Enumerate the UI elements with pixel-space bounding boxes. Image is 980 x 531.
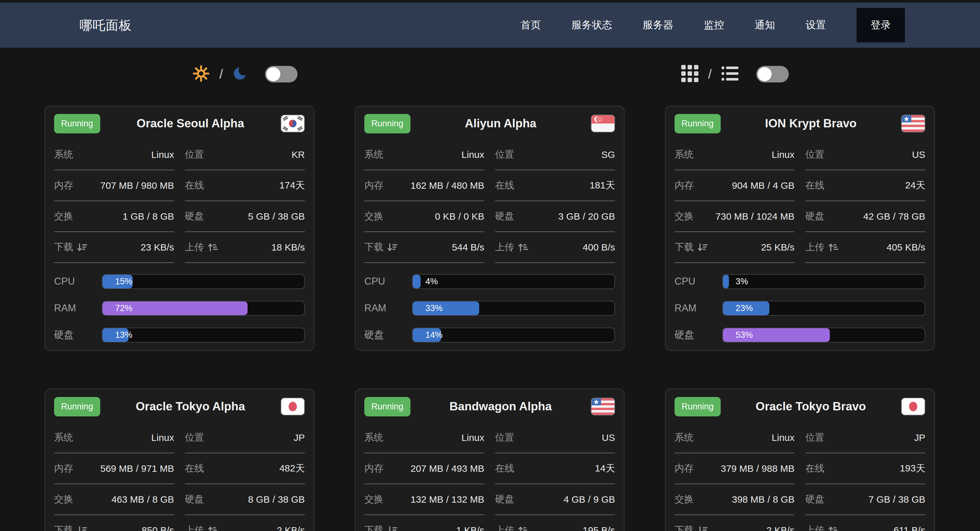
os-cell: 系统 Linux bbox=[675, 423, 794, 453]
upload-label: 上传 bbox=[185, 241, 218, 254]
server-card[interactable]: Running Aliyun Alpha 系统 Linux 位置 SG 内存 1… bbox=[355, 106, 625, 351]
stat-row: 系统 Linux 位置 KR bbox=[54, 139, 305, 170]
nav-item-notifications[interactable]: 通知 bbox=[755, 18, 775, 32]
location-label: 位置 bbox=[185, 148, 204, 161]
usage-bar-track: 23% bbox=[722, 301, 925, 316]
usage-bar-value: 14% bbox=[425, 330, 442, 340]
theme-toggle-switch[interactable] bbox=[265, 66, 298, 83]
download-value: 1 KB/s bbox=[456, 525, 484, 531]
nav-items: 首页 服务状态 服务器 监控 通知 设置 登录 bbox=[520, 8, 905, 42]
disk-cell: 硬盘 8 GB / 38 GB bbox=[185, 484, 305, 515]
nav-item-home[interactable]: 首页 bbox=[520, 18, 541, 32]
os-label: 系统 bbox=[54, 431, 73, 444]
nav-item-monitoring[interactable]: 监控 bbox=[704, 18, 724, 32]
card-header: Running Oracle Tokyo Bravo bbox=[675, 391, 925, 423]
os-value: Linux bbox=[151, 432, 174, 443]
stat-row: 交换 0 KB / 0 KB 硬盘 3 GB / 20 GB bbox=[364, 201, 615, 232]
upload-cell: 上传 195 B/s bbox=[495, 515, 615, 531]
download-label-text: 下载 bbox=[54, 241, 73, 254]
server-card[interactable]: Running Oracle Tokyo Bravo 系统 Linux 位置 J… bbox=[665, 389, 935, 531]
disk-label: 硬盘 bbox=[185, 493, 204, 506]
upload-label: 上传 bbox=[495, 524, 528, 531]
usage-bar-row: 硬盘14% bbox=[364, 322, 615, 348]
memory-cell: 内存 379 MB / 988 MB bbox=[675, 453, 794, 484]
stat-row: 系统 Linux 位置 JP bbox=[675, 423, 925, 453]
usage-bar-row: RAM23% bbox=[675, 295, 925, 322]
download-label: 下载 bbox=[675, 241, 708, 254]
server-card[interactable]: Running Oracle Tokyo Alpha 系统 Linux 位置 J… bbox=[45, 389, 314, 531]
download-value: 544 B/s bbox=[452, 242, 484, 253]
server-card[interactable]: Running Bandwagon Alpha 系统 Linux 位置 US 内… bbox=[355, 389, 625, 531]
stat-row: 系统 Linux 位置 US bbox=[675, 139, 925, 170]
stat-row: 内存 707 MB / 980 MB 在线 174天 bbox=[54, 170, 305, 201]
swap-label: 交换 bbox=[54, 493, 73, 506]
os-label: 系统 bbox=[675, 148, 694, 161]
disk-cell: 硬盘 5 GB / 38 GB bbox=[185, 201, 305, 232]
location-cell: 位置 SG bbox=[495, 139, 615, 170]
sort-amount-up-icon bbox=[518, 242, 528, 252]
uptime-label: 在线 bbox=[805, 179, 824, 192]
usage-bar-row: CPU3% bbox=[675, 268, 925, 295]
view-toggle-switch[interactable] bbox=[756, 66, 789, 83]
swap-label: 交换 bbox=[364, 493, 383, 506]
upload-label: 上传 bbox=[805, 524, 838, 531]
sort-amount-down-icon bbox=[77, 242, 87, 252]
uptime-label: 在线 bbox=[495, 179, 514, 192]
os-label: 系统 bbox=[364, 431, 383, 444]
memory-value: 207 MB / 493 MB bbox=[410, 463, 484, 474]
upload-cell: 上传 2 KB/s bbox=[185, 515, 305, 531]
server-card[interactable]: Running ION Krypt Bravo 系统 Linux 位置 US 内… bbox=[665, 106, 935, 351]
sort-amount-down-icon bbox=[387, 525, 398, 531]
usage-bar-fill bbox=[413, 301, 479, 315]
usage-bar-track: 3% bbox=[722, 274, 925, 289]
disk-label: 硬盘 bbox=[185, 210, 204, 223]
disk-label: 硬盘 bbox=[495, 493, 514, 506]
usage-bar-row: 硬盘13% bbox=[54, 322, 305, 348]
usage-bar-fill bbox=[723, 275, 729, 289]
login-button[interactable]: 登录 bbox=[856, 8, 905, 42]
usage-bar-label: 硬盘 bbox=[54, 328, 102, 341]
server-cards: Running Oracle Seoul Alpha 系统 Linux 位置 K… bbox=[0, 106, 980, 531]
sort-amount-down-icon bbox=[697, 525, 708, 531]
jp-flag-icon bbox=[281, 398, 305, 415]
os-cell: 系统 Linux bbox=[675, 139, 794, 170]
sg-flag-icon bbox=[591, 115, 615, 132]
uptime-cell: 在线 181天 bbox=[495, 170, 615, 201]
location-value: US bbox=[602, 432, 615, 443]
uptime-value: 181天 bbox=[590, 179, 615, 192]
separator: / bbox=[219, 67, 223, 81]
upload-value: 405 KB/s bbox=[886, 242, 925, 253]
usage-bar-value: 53% bbox=[736, 330, 753, 340]
location-label: 位置 bbox=[805, 148, 824, 161]
upload-label: 上传 bbox=[185, 524, 218, 531]
location-value: KR bbox=[291, 149, 305, 160]
nav-item-service-status[interactable]: 服务状态 bbox=[571, 18, 612, 32]
stat-row: 下载 25 KB/s 上传 405 KB/s bbox=[675, 232, 925, 263]
nav-item-settings[interactable]: 设置 bbox=[806, 18, 826, 32]
stat-row: 内存 569 MB / 971 MB 在线 482天 bbox=[54, 453, 305, 484]
server-card[interactable]: Running Oracle Seoul Alpha 系统 Linux 位置 K… bbox=[45, 106, 314, 351]
memory-cell: 内存 707 MB / 980 MB bbox=[54, 170, 174, 201]
sort-amount-down-icon bbox=[387, 242, 398, 252]
swap-value: 1 GB / 8 GB bbox=[123, 211, 174, 222]
memory-label: 内存 bbox=[54, 462, 73, 475]
usage-bar-value: 72% bbox=[115, 303, 132, 313]
download-value: 23 KB/s bbox=[141, 242, 174, 253]
list-view-icon bbox=[721, 65, 738, 83]
swap-cell: 交换 0 KB / 0 KB bbox=[364, 201, 484, 232]
sort-amount-down-icon bbox=[697, 242, 708, 252]
download-cell: 下载 1 KB/s bbox=[364, 515, 484, 531]
location-value: US bbox=[912, 149, 925, 160]
toggles-row: / / bbox=[0, 65, 980, 83]
nav-item-servers[interactable]: 服务器 bbox=[643, 18, 673, 32]
upload-cell: 上传 18 KB/s bbox=[185, 232, 305, 263]
download-cell: 下载 25 KB/s bbox=[675, 232, 794, 263]
memory-value: 162 MB / 480 MB bbox=[410, 180, 484, 191]
swap-value: 132 MB / 132 MB bbox=[410, 494, 484, 505]
download-cell: 下载 23 KB/s bbox=[54, 232, 174, 263]
memory-value: 707 MB / 980 MB bbox=[100, 180, 174, 191]
usage-bar-row: CPU4% bbox=[364, 268, 615, 295]
swap-label: 交换 bbox=[675, 210, 694, 223]
uptime-cell: 在线 193天 bbox=[805, 453, 925, 484]
swap-value: 463 MB / 8 GB bbox=[111, 494, 174, 505]
